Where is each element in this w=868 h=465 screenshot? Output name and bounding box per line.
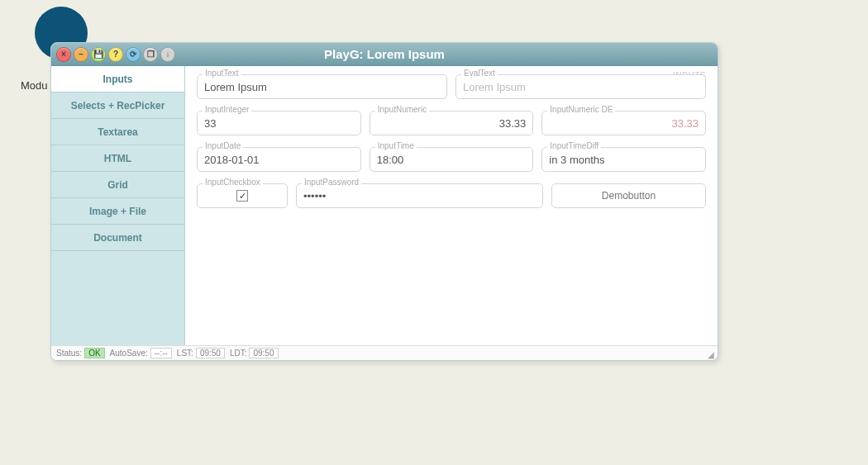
inputnumeric-field[interactable] <box>370 111 534 135</box>
ldt-value: 09:50 <box>249 348 278 358</box>
demo-button[interactable]: Demobutton <box>551 183 706 208</box>
inputdate-field[interactable] <box>197 147 361 172</box>
inputnumeric-de-field <box>541 111 706 135</box>
minimize-icon[interactable]: – <box>74 47 88 62</box>
copy-icon[interactable]: ❐ <box>143 47 158 62</box>
autosave-label: AutoSave: <box>110 349 148 358</box>
status-value: OK <box>84 348 104 358</box>
autosave-value: --:-- <box>150 348 172 358</box>
lst-label: LST: <box>177 349 193 358</box>
inputpassword-field[interactable] <box>296 183 543 208</box>
sidebar-item-textarea[interactable]: Textarea <box>51 119 184 145</box>
lst-value: 09:50 <box>196 348 225 358</box>
refresh-icon[interactable]: ⟳ <box>126 47 141 62</box>
evaltext-field <box>455 74 706 99</box>
demo-button-label: Demobutton <box>602 190 656 202</box>
save-icon[interactable]: 💾 <box>91 47 106 62</box>
status-label: Status: <box>56 349 82 358</box>
help-icon[interactable]: ? <box>108 47 123 62</box>
ldt-label: LDT: <box>230 349 247 358</box>
background-module-label: Modu <box>21 79 48 92</box>
resize-handle-icon[interactable]: ◢ <box>708 350 716 358</box>
statusbar: Status: OK AutoSave: --:-- LST: 09:50 LD… <box>51 345 718 360</box>
sidebar-item-image-file[interactable]: Image + File <box>51 198 184 225</box>
checkmark-icon: ✓ <box>236 190 248 202</box>
sidebar-item-grid[interactable]: Grid <box>51 172 184 198</box>
inputtimediff-field[interactable] <box>541 147 706 172</box>
sidebar-item-inputs[interactable]: Inputs <box>51 66 184 93</box>
inputtime-field[interactable] <box>370 147 534 172</box>
inputcheckbox-field[interactable]: ✓ <box>197 183 288 208</box>
sidebar-item-document[interactable]: Document <box>51 225 184 251</box>
sidebar: InputsSelects + RecPickerTextareaHTMLGri… <box>51 66 185 345</box>
close-icon[interactable]: × <box>56 47 71 62</box>
titlebar: ×–💾?⟳❐↓ PlayG: Lorem Ipsum <box>51 43 718 66</box>
sidebar-item-selects-recpicker[interactable]: Selects + RecPicker <box>51 93 184 119</box>
sidebar-item-html[interactable]: HTML <box>51 145 184 172</box>
content-panel: INPUTS InputText EvalText InputInteger <box>185 66 718 345</box>
inputtext-field[interactable] <box>197 74 447 99</box>
inputinteger-field[interactable] <box>197 111 361 135</box>
app-window: ×–💾?⟳❐↓ PlayG: Lorem Ipsum InputsSelects… <box>50 42 718 361</box>
down-icon[interactable]: ↓ <box>160 47 175 62</box>
